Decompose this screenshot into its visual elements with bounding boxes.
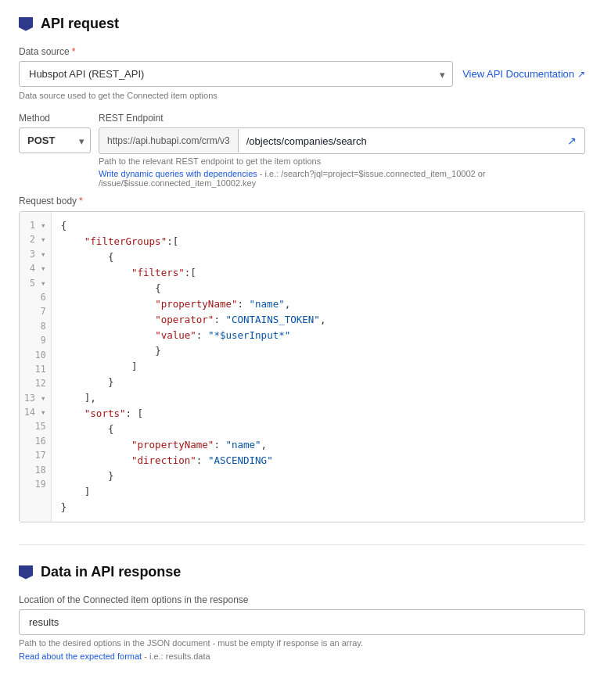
request-body-section: Request body * 1 ▾ 2 ▾ 3 ▾ 4 ▾ 5 ▾ 6 7 8… [19,196,585,522]
endpoint-group: REST Endpoint https://api.hubapi.com/crm… [99,113,585,188]
path-hint: Path to the desired options in the JSON … [19,638,585,648]
external-link-icon: ↗ [577,69,585,80]
method-label: Method [19,113,91,124]
required-asterisk-body: * [79,196,83,206]
method-group: Method GET POST PUT PATCH DELETE ▾ [19,113,91,153]
view-docs-link[interactable]: View API Documentation ↗ [462,68,585,80]
endpoint-prefix: https://api.hubapi.com/crm/v3 [99,129,239,153]
dynamic-query-link[interactable]: Write dynamic queries with dependencies [99,169,257,178]
code-editor-inner: 1 ▾ 2 ▾ 3 ▾ 4 ▾ 5 ▾ 6 7 8 9 10 11 12 13 … [20,212,584,522]
api-request-title: API request [41,16,119,32]
endpoint-hint: Path to the relevant REST endpoint to ge… [99,156,585,166]
required-asterisk: * [72,46,76,57]
section-divider [19,544,585,545]
method-select[interactable]: GET POST PUT PATCH DELETE [19,127,91,153]
api-response-header: Data in API response [19,564,585,580]
data-source-hint: Data source used to get the Connected it… [19,91,585,100]
api-request-header: API request [19,16,585,32]
api-response-title: Data in API response [41,564,181,580]
api-response-section: Data in API response Location of the Con… [19,564,585,662]
data-source-field-group: Data source * Hubspot API (REST_API) Sal… [19,46,585,100]
endpoint-input-row: https://api.hubapi.com/crm/v3 ↗ [99,127,585,154]
code-content: { "filterGroups":[ { "filters":[ { "prop… [52,212,584,522]
response-section-icon [19,565,33,580]
location-field-group: Location of the Connected item options i… [19,594,585,662]
data-source-select-wrapper: Hubspot API (REST_API) Salesforce API Cu… [19,61,453,87]
request-body-label: Request body * [19,196,585,206]
data-source-select[interactable]: Hubspot API (REST_API) Salesforce API Cu… [19,61,453,87]
format-hint: Read about the expected format - i.e.: r… [19,650,585,662]
section-icon [19,17,33,31]
data-source-row: Hubspot API (REST_API) Salesforce API Cu… [19,61,585,87]
method-endpoint-row: Method GET POST PUT PATCH DELETE ▾ REST … [19,113,585,188]
dynamic-query-hint: Write dynamic queries with dependencies … [99,169,585,188]
endpoint-label: REST Endpoint [99,113,585,124]
method-select-wrapper: GET POST PUT PATCH DELETE ▾ [19,127,91,153]
location-label: Location of the Connected item options i… [19,594,585,605]
endpoint-path-input[interactable] [239,129,559,153]
format-link[interactable]: Read about the expected format [19,652,142,661]
data-source-label: Data source * [19,46,585,57]
api-request-section: API request Data source * Hubspot API (R… [19,16,585,522]
line-numbers: 1 ▾ 2 ▾ 3 ▾ 4 ▾ 5 ▾ 6 7 8 9 10 11 12 13 … [20,212,52,522]
location-input[interactable] [19,609,585,635]
endpoint-external-icon[interactable]: ↗ [559,128,584,153]
code-editor[interactable]: 1 ▾ 2 ▾ 3 ▾ 4 ▾ 5 ▾ 6 7 8 9 10 11 12 13 … [19,211,585,522]
